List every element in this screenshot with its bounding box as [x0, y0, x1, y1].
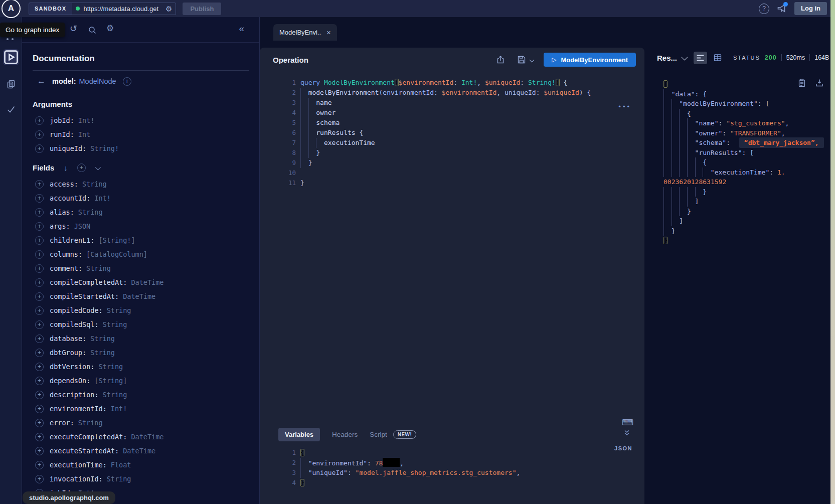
- doc-field-row[interactable]: + invocationId: String: [33, 472, 259, 486]
- schema-nav-icon[interactable]: [6, 79, 16, 89]
- field-type[interactable]: DateTime: [123, 447, 155, 455]
- query-editor[interactable]: 1 query ModelByEnvironment($environmentI…: [260, 72, 644, 423]
- doc-field-row[interactable]: + childrenL1: [String!]: [33, 233, 259, 247]
- save-options-chevron-icon[interactable]: [530, 57, 535, 62]
- operation-tab[interactable]: ModelByEnvi... ×: [273, 24, 337, 41]
- field-type[interactable]: String: [98, 363, 123, 371]
- formatted-view-icon[interactable]: [694, 52, 707, 64]
- endpoint-url-input[interactable]: https://metadata.cloud.get: [83, 5, 162, 13]
- code-line[interactable]: 4 owner: [260, 108, 644, 118]
- add-field-icon[interactable]: +: [35, 334, 44, 343]
- doc-field-row[interactable]: + dependsOn: [String]: [33, 374, 259, 388]
- field-type[interactable]: String: [103, 391, 127, 399]
- field-type[interactable]: String: [78, 419, 103, 427]
- code-line[interactable]: 8 }: [260, 148, 644, 158]
- field-type[interactable]: String!: [90, 144, 119, 152]
- explorer-nav-icon[interactable]: [3, 49, 19, 65]
- add-field-icon[interactable]: +: [35, 222, 44, 231]
- field-name[interactable]: environmentId:: [50, 405, 107, 413]
- field-name[interactable]: executeCompletedAt:: [50, 433, 127, 441]
- field-name[interactable]: compiledSql:: [50, 320, 99, 328]
- field-type[interactable]: String: [107, 475, 131, 483]
- field-type[interactable]: Int!: [94, 194, 111, 202]
- save-icon[interactable]: [517, 55, 526, 64]
- field-type[interactable]: [String]: [94, 377, 127, 385]
- collapse-variables-icon[interactable]: [623, 429, 630, 436]
- tab-script[interactable]: Script: [370, 431, 387, 438]
- field-type[interactable]: Int: [78, 130, 90, 138]
- doc-field-row[interactable]: + executionTime: Float: [33, 458, 259, 472]
- add-field-icon[interactable]: +: [35, 278, 44, 287]
- doc-field-row[interactable]: + database: String: [33, 331, 259, 346]
- publish-button[interactable]: Publish: [183, 3, 221, 15]
- doc-field-row[interactable]: + dbtGroup: String: [33, 346, 259, 360]
- copy-response-icon[interactable]: [797, 78, 806, 87]
- field-type[interactable]: [String!]: [98, 236, 135, 244]
- field-type[interactable]: String: [107, 306, 131, 314]
- add-field-icon[interactable]: +: [35, 130, 44, 139]
- code-line[interactable]: 1 query ModelByEnvironment($environmentI…: [260, 78, 644, 88]
- doc-field-row[interactable]: + comment: String: [33, 261, 259, 275]
- field-type[interactable]: Int!: [111, 405, 127, 413]
- doc-field-row[interactable]: + args: JSON: [33, 219, 259, 233]
- code-line[interactable]: 1 {: [260, 448, 644, 458]
- response-title[interactable]: Res...: [657, 54, 677, 62]
- breadcrumb-type-link[interactable]: ModelNode: [79, 77, 116, 85]
- field-name[interactable]: executionTime:: [50, 461, 107, 469]
- code-line[interactable]: 3 name: [260, 98, 644, 108]
- login-button[interactable]: Log in: [794, 2, 827, 15]
- code-line[interactable]: 4 }: [260, 478, 644, 488]
- field-name[interactable]: columns:: [50, 250, 82, 258]
- field-type[interactable]: String: [78, 208, 103, 216]
- field-type[interactable]: String: [90, 349, 115, 357]
- response-json[interactable]: { "data": { "modelByEnvironment": [ { "n…: [657, 74, 829, 246]
- doc-field-row[interactable]: + environmentId: Int!: [33, 402, 259, 416]
- field-name[interactable]: uniqueId:: [50, 144, 86, 152]
- doc-field-row[interactable]: + jobId: Int!: [33, 113, 259, 127]
- field-type[interactable]: String: [82, 180, 107, 188]
- add-field-icon[interactable]: +: [35, 194, 44, 203]
- add-field-icon[interactable]: +: [35, 475, 44, 483]
- doc-field-row[interactable]: + executeCompletedAt: DateTime: [33, 430, 259, 444]
- add-field-icon[interactable]: +: [35, 292, 44, 301]
- field-type[interactable]: String: [90, 334, 115, 343]
- field-name[interactable]: access:: [50, 180, 78, 188]
- add-field-icon[interactable]: +: [35, 405, 44, 413]
- doc-field-row[interactable]: + alias: String: [33, 205, 259, 219]
- doc-field-row[interactable]: + error: String: [33, 416, 259, 430]
- help-icon[interactable]: ?: [759, 4, 769, 14]
- field-name[interactable]: compileCompletedAt:: [50, 278, 127, 286]
- add-field-icon[interactable]: +: [35, 144, 44, 153]
- field-name[interactable]: alias:: [50, 208, 74, 216]
- search-icon[interactable]: [88, 26, 97, 35]
- add-field-icon[interactable]: +: [35, 264, 44, 273]
- field-name[interactable]: dbtGroup:: [50, 349, 86, 357]
- field-type[interactable]: [CatalogColumn]: [86, 250, 147, 258]
- field-name[interactable]: runId:: [50, 130, 74, 138]
- field-name[interactable]: args:: [50, 222, 70, 230]
- doc-field-row[interactable]: + executeStartedAt: DateTime: [33, 444, 259, 458]
- add-field-icon[interactable]: +: [35, 116, 44, 125]
- field-name[interactable]: comment:: [50, 264, 82, 272]
- code-line[interactable]: 7 executionTime: [260, 138, 644, 148]
- doc-field-row[interactable]: + dbtVersion: String: [33, 360, 259, 374]
- tab-variables[interactable]: Variables: [278, 428, 320, 441]
- field-name[interactable]: accountId:: [50, 194, 90, 202]
- table-view-icon[interactable]: [713, 53, 722, 62]
- doc-field-row[interactable]: + description: String: [33, 388, 259, 402]
- add-field-icon[interactable]: +: [35, 208, 44, 217]
- add-field-icon[interactable]: +: [35, 447, 44, 455]
- checks-nav-icon[interactable]: [6, 104, 16, 114]
- field-name[interactable]: compileStartedAt:: [50, 292, 119, 300]
- field-name[interactable]: invocationId:: [50, 475, 103, 483]
- field-type[interactable]: DateTime: [123, 292, 155, 300]
- endpoint-settings-gear-icon[interactable]: ⚙: [165, 5, 172, 13]
- doc-field-row[interactable]: + columns: [CatalogColumn]: [33, 247, 259, 261]
- add-field-icon[interactable]: +: [35, 320, 44, 329]
- download-response-icon[interactable]: [815, 78, 824, 87]
- editor-menu-icon[interactable]: •••: [618, 103, 631, 110]
- sort-fields-icon[interactable]: ↓: [64, 163, 68, 172]
- operation-tab-title[interactable]: ModelByEnvi...: [279, 29, 321, 36]
- field-name[interactable]: jobId:: [50, 116, 74, 124]
- code-line[interactable]: 11 }: [260, 178, 644, 188]
